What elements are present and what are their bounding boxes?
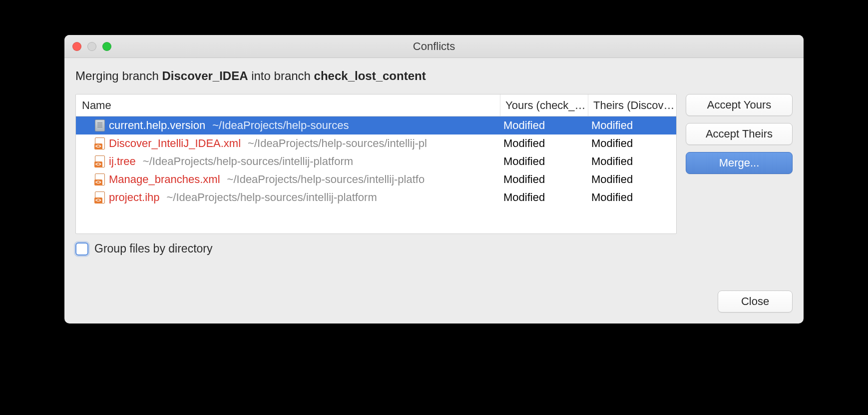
close-button[interactable]: Close bbox=[718, 290, 793, 312]
table-row[interactable]: Manage_branches.xml~/IdeaProjects/help-s… bbox=[76, 170, 676, 188]
cell-name: current.help.version~/IdeaProjects/help-… bbox=[76, 119, 500, 132]
table-row[interactable]: project.ihp~/IdeaProjects/help-sources/i… bbox=[76, 188, 676, 206]
xml-file-icon bbox=[95, 192, 105, 204]
merge-target-branch: check_lost_content bbox=[314, 69, 426, 82]
cell-name: ij.tree~/IdeaProjects/help-sources/intel… bbox=[76, 155, 500, 168]
file-name: current.help.version bbox=[109, 119, 205, 132]
cell-yours: Modified bbox=[500, 191, 588, 204]
file-path: ~/IdeaProjects/help-sources/intellij-pla… bbox=[167, 191, 377, 204]
file-path: ~/IdeaProjects/help-sources bbox=[212, 119, 349, 132]
xml-file-icon bbox=[95, 156, 105, 168]
cell-theirs: Modified bbox=[588, 191, 676, 204]
column-header-yours[interactable]: Yours (check_… bbox=[500, 94, 588, 116]
minimize-window-icon bbox=[87, 42, 96, 51]
cell-theirs: Modified bbox=[588, 155, 676, 168]
close-window-icon[interactable] bbox=[72, 42, 81, 51]
file-name: project.ihp bbox=[109, 191, 160, 204]
file-name: ij.tree bbox=[109, 155, 136, 168]
zoom-window-icon[interactable] bbox=[102, 42, 111, 51]
cell-name: project.ihp~/IdeaProjects/help-sources/i… bbox=[76, 191, 500, 204]
cell-theirs: Modified bbox=[588, 173, 676, 186]
column-header-name[interactable]: Name bbox=[76, 94, 500, 116]
file-path: ~/IdeaProjects/help-sources/intellij-pla… bbox=[227, 173, 425, 186]
merge-description: Merging branch Discover_IDEA into branch… bbox=[75, 69, 793, 83]
cell-theirs: Modified bbox=[588, 119, 676, 132]
cell-yours: Modified bbox=[500, 119, 588, 132]
xml-file-icon bbox=[95, 138, 105, 150]
file-path: ~/IdeaProjects/help-sources/intellij-pl bbox=[248, 137, 427, 150]
titlebar: Conflicts bbox=[64, 35, 804, 58]
cell-name: Manage_branches.xml~/IdeaProjects/help-s… bbox=[76, 173, 500, 186]
accept-yours-button[interactable]: Accept Yours bbox=[686, 94, 793, 116]
dialog-title: Conflicts bbox=[413, 40, 455, 53]
table-row[interactable]: Discover_IntelliJ_IDEA.xml~/IdeaProjects… bbox=[76, 134, 676, 152]
cell-yours: Modified bbox=[500, 173, 588, 186]
merge-prefix: Merging branch bbox=[75, 69, 162, 82]
table-row[interactable]: current.help.version~/IdeaProjects/help-… bbox=[76, 116, 676, 134]
conflicts-table: Name Yours (check_… Theirs (Discov… curr… bbox=[75, 94, 677, 234]
group-by-directory-label: Group files by directory bbox=[94, 242, 212, 256]
merge-button[interactable]: Merge... bbox=[686, 152, 793, 174]
accept-theirs-button[interactable]: Accept Theirs bbox=[686, 123, 793, 145]
table-header: Name Yours (check_… Theirs (Discov… bbox=[76, 94, 676, 116]
window-controls bbox=[72, 42, 111, 51]
cell-theirs: Modified bbox=[588, 137, 676, 150]
text-file-icon bbox=[95, 120, 105, 132]
cell-yours: Modified bbox=[500, 137, 588, 150]
conflicts-dialog: Conflicts Merging branch Discover_IDEA i… bbox=[64, 35, 804, 324]
xml-file-icon bbox=[95, 174, 105, 186]
file-path: ~/IdeaProjects/help-sources/intellij-pla… bbox=[143, 155, 353, 168]
merge-source-branch: Discover_IDEA bbox=[162, 69, 248, 82]
merge-middle: into branch bbox=[248, 69, 314, 82]
table-row[interactable]: ij.tree~/IdeaProjects/help-sources/intel… bbox=[76, 152, 676, 170]
cell-yours: Modified bbox=[500, 155, 588, 168]
file-name: Discover_IntelliJ_IDEA.xml bbox=[109, 137, 241, 150]
action-buttons: Accept Yours Accept Theirs Merge... bbox=[686, 94, 793, 234]
file-name: Manage_branches.xml bbox=[109, 173, 220, 186]
group-by-directory-checkbox[interactable] bbox=[75, 242, 88, 256]
cell-name: Discover_IntelliJ_IDEA.xml~/IdeaProjects… bbox=[76, 137, 500, 150]
column-header-theirs[interactable]: Theirs (Discov… bbox=[588, 94, 676, 116]
